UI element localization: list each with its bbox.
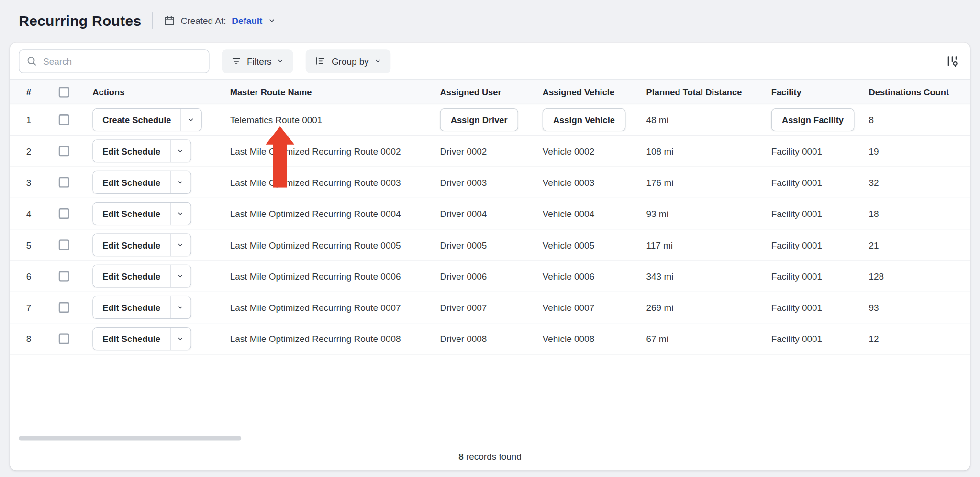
created-at-filter[interactable]: Created At: Default: [164, 15, 275, 26]
column-header-destinations-count: Destinations Count: [858, 87, 970, 97]
schedule-split-button: Edit Schedule: [92, 327, 191, 350]
actions-cell: Edit Schedule: [81, 264, 219, 287]
column-header-master-route-name: Master Route Name: [219, 87, 429, 97]
group-by-label: Group by: [332, 56, 369, 66]
planned-total-distance-cell: 343 mi: [635, 271, 760, 281]
assigned-vehicle-cell: Vehicle 0002: [543, 146, 594, 156]
actions-cell: Edit Schedule: [81, 139, 219, 162]
actions-cell: Edit Schedule: [81, 202, 219, 225]
assigned-vehicle-cell: Vehicle 0005: [543, 240, 594, 250]
schedule-action-button[interactable]: Edit Schedule: [93, 171, 170, 193]
column-header-actions: Actions: [81, 87, 219, 97]
schedule-action-dropdown[interactable]: [170, 140, 190, 162]
row-checkbox-cell: [46, 114, 81, 125]
schedule-action-dropdown[interactable]: [170, 234, 190, 256]
assign-vehicle-button[interactable]: Assign Vehicle: [543, 108, 625, 131]
schedule-action-dropdown[interactable]: [170, 296, 190, 318]
row-checkbox[interactable]: [58, 177, 69, 188]
records-count: 8: [458, 452, 464, 462]
table-row: 7 Edit Schedule Last Mile Optimized Recu…: [10, 292, 970, 323]
schedule-action-dropdown[interactable]: [180, 109, 201, 131]
row-checkbox[interactable]: [58, 302, 69, 313]
table-row: 3 Edit Schedule Last Mile Optimized Recu…: [10, 167, 970, 198]
chevron-down-icon: [375, 57, 381, 64]
planned-total-distance-cell: 117 mi: [635, 240, 760, 250]
schedule-action-button[interactable]: Edit Schedule: [93, 328, 170, 350]
row-checkbox-cell: [46, 177, 81, 188]
row-checkbox[interactable]: [58, 208, 69, 219]
destinations-count-cell: 8: [858, 115, 970, 125]
destinations-count-cell: 18: [858, 209, 970, 219]
assigned-user-cell: Driver 0007: [440, 303, 487, 313]
created-at-label: Created At:: [181, 16, 226, 26]
schedule-action-dropdown[interactable]: [170, 171, 190, 193]
filters-button[interactable]: Filters: [222, 49, 294, 73]
schedule-action-button[interactable]: Edit Schedule: [93, 203, 170, 225]
schedule-action-dropdown[interactable]: [170, 203, 190, 225]
master-route-name-cell: Last Mile Optimized Recurring Route 0006: [219, 271, 429, 281]
facility-cell: Facility 0001: [771, 146, 822, 156]
master-route-name-cell: Last Mile Optimized Recurring Route 0002: [219, 146, 429, 156]
facility-cell: Facility 0001: [771, 177, 822, 187]
assigned-vehicle-cell: Vehicle 0004: [543, 209, 594, 219]
schedule-action-button[interactable]: Edit Schedule: [93, 234, 170, 256]
schedule-split-button: Edit Schedule: [92, 233, 191, 256]
table-row: 2 Edit Schedule Last Mile Optimized Recu…: [10, 136, 970, 167]
columns-settings-icon: [946, 60, 958, 69]
search-box: [19, 49, 209, 73]
horizontal-scrollbar-thumb[interactable]: [19, 436, 241, 440]
row-checkbox[interactable]: [58, 333, 69, 344]
row-checkbox[interactable]: [58, 114, 69, 125]
schedule-action-button[interactable]: Create Schedule: [93, 109, 180, 131]
row-checkbox[interactable]: [58, 271, 69, 282]
table-row: 8 Edit Schedule Last Mile Optimized Recu…: [10, 323, 970, 354]
schedule-action-button[interactable]: Edit Schedule: [93, 265, 170, 287]
select-all-checkbox[interactable]: [58, 87, 69, 97]
recurring-routes-page: Recurring Routes Created At: Default: [0, 0, 980, 477]
search-input[interactable]: [19, 49, 209, 73]
row-checkbox[interactable]: [58, 239, 69, 250]
schedule-action-dropdown[interactable]: [170, 328, 190, 350]
schedule-split-button: Edit Schedule: [92, 264, 191, 287]
group-by-button[interactable]: Group by: [306, 49, 390, 73]
table-row: 1 Create Schedule Telematics Route 0001 …: [10, 104, 970, 136]
master-route-name-cell: Last Mile Optimized Recurring Route 0003: [219, 177, 429, 187]
table-body: 1 Create Schedule Telematics Route 0001 …: [10, 104, 970, 354]
assign-user-button[interactable]: Assign Driver: [440, 108, 518, 131]
schedule-action-button[interactable]: Edit Schedule: [93, 296, 170, 318]
destinations-count-cell: 32: [858, 177, 970, 187]
chevron-down-icon: [277, 57, 284, 64]
row-checkbox-cell: [46, 271, 81, 282]
actions-cell: Edit Schedule: [81, 327, 219, 350]
schedule-action-button[interactable]: Edit Schedule: [93, 140, 170, 162]
actions-cell: Edit Schedule: [81, 233, 219, 256]
assigned-vehicle-cell: Vehicle 0003: [543, 177, 594, 187]
facility-cell: Facility 0001: [771, 271, 822, 281]
row-checkbox[interactable]: [58, 146, 69, 156]
row-checkbox-cell: [46, 239, 81, 250]
assigned-user-cell: Driver 0006: [440, 271, 487, 281]
schedule-action-dropdown[interactable]: [170, 265, 190, 287]
routes-table-card: Filters Group by: [10, 43, 970, 470]
row-index: 1: [10, 115, 46, 125]
annotation-arrow-up-icon: [266, 126, 294, 188]
assign-facility-button[interactable]: Assign Facility: [771, 108, 854, 131]
table-toolbar: Filters Group by: [10, 43, 970, 80]
assigned-user-cell: Driver 0002: [440, 146, 487, 156]
schedule-split-button: Edit Schedule: [92, 171, 191, 194]
row-checkbox-cell: [46, 333, 81, 344]
assigned-user-cell: Driver 0008: [440, 334, 487, 344]
assigned-vehicle-cell: Vehicle 0007: [543, 303, 594, 313]
column-settings-button[interactable]: [943, 52, 961, 70]
facility-cell: Facility 0001: [771, 334, 822, 344]
master-route-name-cell: Last Mile Optimized Recurring Route 0008: [219, 334, 429, 344]
row-index: 4: [10, 209, 46, 219]
schedule-split-button: Edit Schedule: [92, 296, 191, 319]
assigned-vehicle-cell: Vehicle 0006: [543, 271, 594, 281]
row-checkbox-cell: [46, 146, 81, 156]
planned-total-distance-cell: 269 mi: [635, 303, 760, 313]
assigned-user-cell: Driver 0004: [440, 209, 487, 219]
destinations-count-cell: 12: [858, 334, 970, 344]
destinations-count-cell: 21: [858, 240, 970, 250]
facility-cell: Facility 0001: [771, 303, 822, 313]
